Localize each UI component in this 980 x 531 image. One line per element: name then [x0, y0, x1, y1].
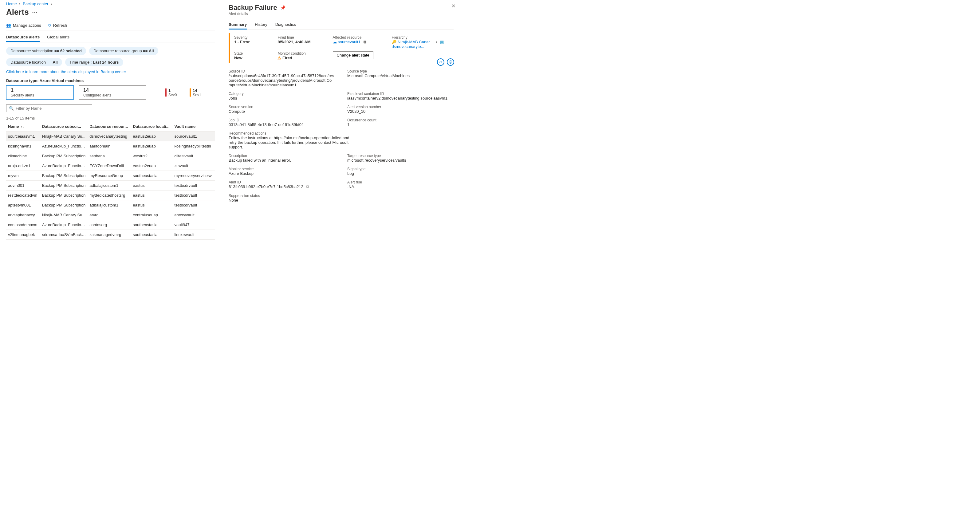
suppression-status-value: None [229, 198, 335, 202]
table-cell: dsmovecanarytesting [88, 132, 131, 141]
col-name[interactable]: Name↑↓ [6, 122, 40, 132]
table-cell: arvccyvault [173, 210, 215, 220]
table-cell: v2linmanagbek [6, 230, 40, 240]
summary-block: Severity1 - Error Fired time8/5/2021, 4:… [229, 33, 453, 63]
change-alert-state-button[interactable]: Change alert state [333, 51, 373, 59]
table-cell: ECYZoneDownDrill [88, 161, 131, 171]
filter-pill-subscription[interactable]: Datasource subscription == 62 selected [6, 47, 86, 55]
affected-resource-link[interactable]: sourcevault1 [338, 40, 361, 44]
chevron-right-icon: › [436, 40, 437, 44]
sort-icon: ↑↓ [21, 125, 24, 129]
table-cell: Backup PM Subscription [40, 181, 88, 191]
monitor-condition-value: Fired [282, 56, 292, 60]
recommended-actions-value: Follow the instructions at https://aka.m… [229, 135, 358, 149]
col-location[interactable]: Datasource locati... [131, 122, 172, 132]
table-cell: vault947 [173, 220, 215, 230]
pin-icon[interactable]: 📌 [280, 5, 285, 10]
table-cell: Backup PM Subscription [40, 200, 88, 210]
job-id-value: 0313c041-8b55-4e13-9ee7-de191d89bf0f [229, 122, 335, 127]
table-cell: advm001 [6, 181, 40, 191]
page-title: Alerts ⋯ [6, 7, 215, 17]
table-cell: testbcdrvault [173, 200, 215, 210]
table-cell: mydedicatedhostsrg [88, 191, 131, 200]
col-resource-group[interactable]: Datasource resour... [88, 122, 131, 132]
breadcrumb-home[interactable]: Home [6, 2, 17, 6]
table-cell: linuxrsvault [173, 230, 215, 240]
sev0-bar-icon [165, 88, 167, 97]
panel-tab-history[interactable]: History [255, 20, 267, 30]
source-id-value: /subscriptions/6c48fa17-39c7-45f1-90ac-4… [229, 73, 335, 87]
copy-icon[interactable]: ⧉ [364, 40, 366, 44]
datasource-type-heading: Datasource type: Azure Virtual machines [6, 78, 215, 83]
target-resource-type-value: microsoft.recoveryservices/vaults [347, 158, 453, 162]
table-row[interactable]: contosodemovmAzureBackup_Function...cont… [6, 220, 215, 230]
filter-pill-resource-group[interactable]: Datasource resource group == All [89, 47, 158, 55]
table-cell: adbalajicustom1 [88, 200, 131, 210]
tab-global-alerts[interactable]: Global alerts [47, 33, 70, 42]
table-row[interactable]: myvmBackup PM SubscriptionmyResourceGrou… [6, 171, 215, 181]
table-cell: eastus2euap [131, 141, 172, 151]
col-subscription[interactable]: Datasource subscr... [40, 122, 88, 132]
table-cell: aarifdomain [88, 141, 131, 151]
table-row[interactable]: aptestvm001Backup PM Subscriptionadbalaj… [6, 200, 215, 210]
table-cell: myResourceGroup [88, 171, 131, 181]
panel-tab-diagnostics[interactable]: Diagnostics [275, 20, 296, 30]
table-cell: testbcdrvault [173, 191, 215, 200]
sev1-count[interactable]: 14Sev1 [189, 88, 201, 97]
table-cell: myvm [6, 171, 40, 181]
source-version-value: Compute [229, 109, 335, 114]
search-icon: 🔍 [9, 106, 14, 111]
filter-by-name[interactable]: 🔍 [6, 105, 92, 112]
table-cell: southeastasia [131, 171, 172, 181]
more-icon[interactable]: ⋯ [32, 9, 38, 16]
sev0-count[interactable]: 1Sev0 [165, 88, 177, 97]
state-value: New [234, 56, 269, 60]
hierarchy-rg-link[interactable]: dsmovecanaryte... [391, 44, 424, 49]
refresh-icon: ↻ [48, 23, 51, 28]
smile-feedback-icon[interactable]: ☺ [437, 58, 444, 66]
filter-pill-time-range[interactable]: Time range : Last 24 hours [65, 58, 123, 66]
first-level-container-value: iaasvmcontainerv2;dsmovecanarytesting;so… [347, 96, 453, 100]
refresh-button[interactable]: ↻ Refresh [48, 23, 67, 28]
security-alerts-card[interactable]: 1Security alerts [6, 86, 74, 100]
copy-icon[interactable]: ⧉ [306, 184, 309, 189]
table-row[interactable]: arpja-drl-zn1AzureBackup_Function...ECYZ… [6, 161, 215, 171]
configured-alerts-card[interactable]: 14Configured alerts [79, 86, 146, 100]
description-value: Backup failed with an internal error. [229, 158, 335, 162]
table-row[interactable]: sourceiaasvm1Nirajk-MAB Canary Su...dsmo… [6, 132, 215, 141]
filter-pill-location[interactable]: Datasource location == All [6, 58, 62, 66]
manage-actions-button[interactable]: 👥 Manage actions [6, 23, 41, 28]
table-cell: southeastasia [131, 230, 172, 240]
fired-time-value: 8/5/2021, 4:40 AM [277, 40, 324, 44]
hierarchy-subscription-link[interactable]: Nirajk-MAB Canar... [398, 40, 433, 44]
warning-icon: ⚠ [277, 56, 281, 60]
panel-title: Backup Failure [229, 4, 277, 12]
table-cell: AzureBackup_Function... [40, 220, 88, 230]
table-cell: aptestvm001 [6, 200, 40, 210]
close-icon[interactable]: ✕ [452, 3, 455, 9]
tab-datasource-alerts[interactable]: Datasource alerts [6, 33, 40, 42]
table-cell: sourcevault1 [173, 132, 215, 141]
table-cell: zrsvault [173, 161, 215, 171]
table-cell: Backup PM Subscription [40, 191, 88, 200]
table-cell: arpja-drl-zn1 [6, 161, 40, 171]
breadcrumb-backup-center[interactable]: Backup center [23, 2, 48, 6]
table-cell: eastus2euap [131, 132, 172, 141]
table-cell: restdedicatedvm [6, 191, 40, 200]
filter-input[interactable] [16, 106, 89, 111]
table-cell: eastus [131, 200, 172, 210]
learn-more-link[interactable]: Click here to learn more about the alert… [6, 70, 215, 74]
table-cell: clitestvault [173, 151, 215, 161]
table-row[interactable]: kosinghavm1AzureBackup_Function...aarifd… [6, 141, 215, 151]
table-row[interactable]: restdedicatedvmBackup PM Subscriptionmyd… [6, 191, 215, 200]
table-cell: climachine [6, 151, 40, 161]
table-cell: Nirajk-MAB Canary Su... [40, 210, 88, 220]
table-row[interactable]: arvsaphanaccyNirajk-MAB Canary Su...arvr… [6, 210, 215, 220]
table-cell: arvrg [88, 210, 131, 220]
col-vault[interactable]: Vault name [173, 122, 215, 132]
table-row[interactable]: climachineBackup PM Subscriptionsaphanaw… [6, 151, 215, 161]
table-row[interactable]: v2linmanagbeksriramsa-IaaSVmBacku...zakm… [6, 230, 215, 240]
table-row[interactable]: advm001Backup PM Subscriptionadbalajicus… [6, 181, 215, 191]
panel-tab-summary[interactable]: Summary [229, 20, 247, 30]
frown-feedback-icon[interactable]: ☹ [447, 58, 454, 66]
